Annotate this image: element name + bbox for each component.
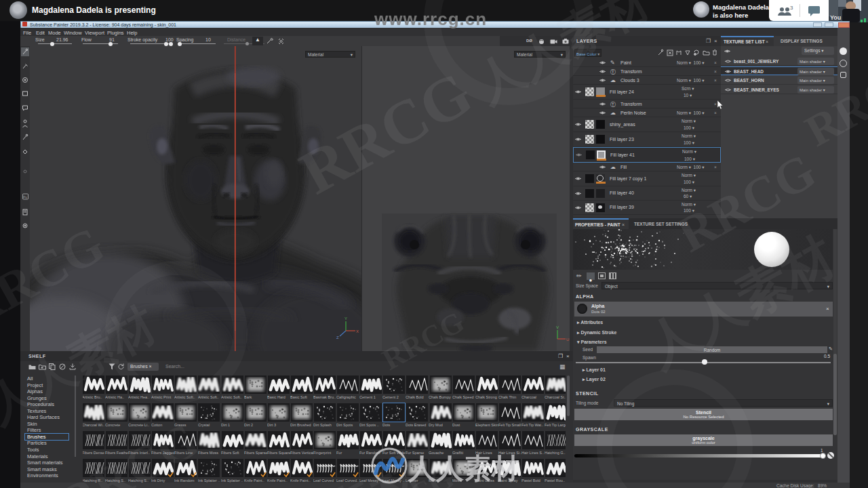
svg-text:V: V [556,325,559,329]
svg-text:X: X [356,329,359,333]
svg-text:Z: Z [336,336,339,340]
svg-text:Y: Y [344,317,347,321]
svg-text:Ps: Ps [23,195,27,199]
svg-text:3: 3 [790,6,793,11]
svg-text:U: U [566,338,569,342]
